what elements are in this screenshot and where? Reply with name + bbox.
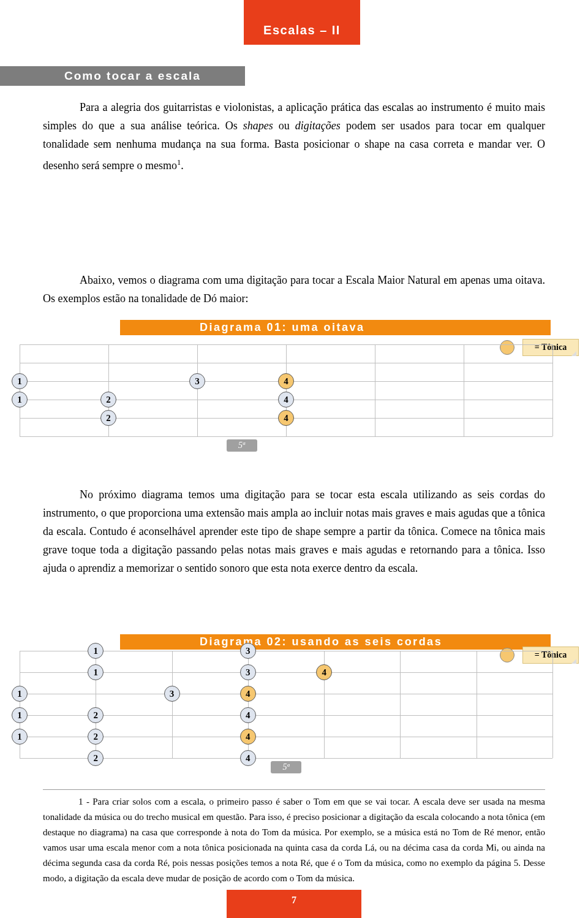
- note-dot: 1: [88, 643, 104, 659]
- note-dot: 1: [12, 729, 28, 745]
- string-line: [20, 436, 552, 437]
- section-heading: Como tocar a escala: [0, 66, 245, 86]
- fret-line: [20, 344, 20, 436]
- fret-line: [400, 651, 401, 758]
- note-dot: 2: [88, 750, 104, 766]
- page-number: 7: [227, 890, 361, 918]
- tonic-dot: 4: [240, 729, 256, 745]
- footnote-text: 1 - Para criar solos com a escala, o pri…: [43, 794, 545, 886]
- note-dot: 4: [278, 392, 294, 408]
- diagram-2-title: Diagrama 02: usando as seis cordas: [120, 634, 551, 650]
- note-dot: 3: [240, 664, 256, 680]
- note-dot: 3: [240, 643, 256, 659]
- note-dot: 3: [189, 373, 205, 389]
- fret-line: [172, 651, 173, 758]
- note-dot: 3: [164, 686, 180, 702]
- note-dot: 1: [88, 664, 104, 680]
- tonic-dot: 4: [278, 410, 294, 426]
- fret-line: [375, 344, 375, 436]
- note-dot: 1: [12, 686, 28, 702]
- fretboard-diagram-1: 134124245ª: [20, 344, 552, 452]
- note-dot: 2: [88, 707, 104, 723]
- fret-line: [552, 344, 553, 436]
- tonic-dot: 4: [240, 686, 256, 702]
- fret-line: [477, 651, 477, 758]
- note-dot: 4: [240, 707, 256, 723]
- note-dot: 1: [12, 373, 28, 389]
- fret-line: [197, 344, 198, 436]
- paragraph-3: No próximo diagrama temos uma digitação …: [43, 485, 545, 577]
- fret-marker: 5ª: [227, 439, 257, 452]
- fret-line: [552, 651, 553, 758]
- note-dot: 1: [12, 392, 28, 408]
- fret-line: [464, 344, 464, 436]
- tonic-dot: 4: [316, 664, 332, 680]
- note-dot: 2: [100, 392, 116, 408]
- note-dot: 2: [88, 729, 104, 745]
- fretboard-diagram-2: 13134134124124245ª: [20, 651, 552, 780]
- chapter-tab: Escalas – II: [244, 0, 360, 45]
- tonic-dot: 4: [278, 373, 294, 389]
- string-line: [20, 694, 552, 694]
- note-dot: 2: [100, 410, 116, 426]
- note-dot: 1: [12, 707, 28, 723]
- diagram-1-title: Diagrama 01: uma oitava: [120, 320, 551, 335]
- paragraph-1: Para a alegria dos guitarristas e violon…: [43, 98, 545, 175]
- paragraph-2: Abaixo, vemos o diagrama com uma digitaç…: [43, 271, 545, 308]
- note-dot: 4: [240, 750, 256, 766]
- fret-marker: 5ª: [271, 761, 301, 773]
- footnote-rule: [43, 789, 545, 790]
